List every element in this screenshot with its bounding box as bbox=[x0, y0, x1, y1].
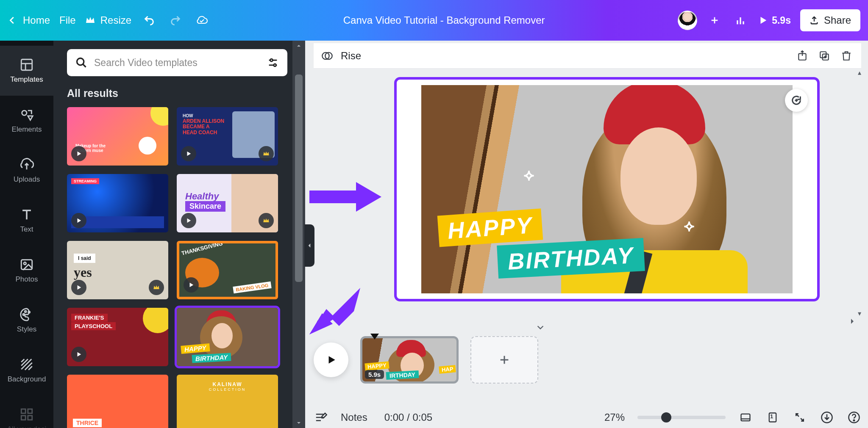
chevron-up-icon bbox=[296, 43, 301, 48]
canvas-scrollbar[interactable]: ▴ ▾ bbox=[858, 69, 866, 318]
play-icon bbox=[181, 146, 196, 161]
redo-icon bbox=[170, 14, 181, 26]
help-icon bbox=[848, 411, 860, 424]
panel-scrollbar[interactable] bbox=[292, 41, 305, 428]
help-button[interactable] bbox=[847, 410, 861, 425]
svg-rect-25 bbox=[28, 409, 32, 413]
svg-marker-43 bbox=[309, 243, 311, 247]
template-thumb[interactable]: THRICE bbox=[67, 375, 168, 428]
clip-text-right: HAP bbox=[439, 365, 456, 373]
svg-rect-56 bbox=[309, 191, 356, 203]
download-circle-button[interactable] bbox=[820, 410, 834, 425]
svg-marker-57 bbox=[356, 182, 381, 212]
grid-view-icon bbox=[740, 411, 751, 423]
svg-point-33 bbox=[274, 64, 276, 66]
rail-background-label: Background bbox=[8, 375, 46, 384]
rail-elements-label: Elements bbox=[12, 125, 42, 134]
play-icon bbox=[758, 16, 768, 25]
template-thumb[interactable]: STREAMING bbox=[67, 174, 168, 232]
template-grid: Makeup for themodern muse HOWARDEN ALLIS… bbox=[67, 107, 279, 428]
scroll-up-button[interactable] bbox=[292, 41, 305, 51]
rail-your-designs[interactable]: All your desi bbox=[0, 395, 53, 428]
transition-icon[interactable] bbox=[321, 50, 333, 62]
zoom-slider[interactable] bbox=[637, 416, 726, 419]
svg-marker-41 bbox=[297, 45, 300, 47]
notes-label[interactable]: Notes bbox=[341, 411, 367, 423]
home-button[interactable]: Home bbox=[8, 14, 50, 26]
scroll-right-icon[interactable] bbox=[849, 318, 856, 325]
time-display: 0:00 / 0:05 bbox=[384, 411, 432, 423]
rail-photos[interactable]: Photos bbox=[0, 246, 53, 295]
timeline-playhead[interactable] bbox=[370, 334, 379, 340]
template-thumb[interactable]: I said yes bbox=[67, 241, 168, 299]
template-thumb[interactable]: Healthy Skincare bbox=[177, 174, 278, 232]
svg-rect-66 bbox=[741, 414, 750, 421]
grid-view-button[interactable] bbox=[738, 410, 753, 425]
svg-point-16 bbox=[23, 314, 25, 315]
trash-icon bbox=[841, 50, 852, 61]
rail-styles-label: Styles bbox=[17, 325, 36, 334]
scroll-down-button[interactable] bbox=[292, 418, 305, 428]
resize-menu[interactable]: Resize bbox=[85, 14, 131, 26]
template-thumb-selected[interactable]: HAPPY BIRTHDAY bbox=[177, 308, 278, 366]
rail-uploads[interactable]: Uploads bbox=[0, 146, 53, 196]
background-icon bbox=[19, 357, 34, 372]
page-list-button[interactable]: 1 bbox=[765, 410, 780, 425]
transition-name[interactable]: Rise bbox=[341, 50, 361, 62]
search-input[interactable] bbox=[94, 57, 260, 69]
timeline-play-button[interactable] bbox=[314, 342, 348, 377]
redo-button[interactable] bbox=[167, 12, 184, 29]
scrollbar-thumb[interactable] bbox=[295, 75, 303, 282]
search-icon bbox=[75, 57, 87, 69]
rail-background[interactable]: Background bbox=[0, 345, 53, 395]
rail-elements[interactable]: Elements bbox=[0, 96, 53, 146]
rail-text[interactable]: Text bbox=[0, 196, 53, 246]
panel-collapse-tab[interactable] bbox=[304, 224, 314, 267]
svg-point-28 bbox=[77, 58, 84, 65]
svg-line-20 bbox=[21, 359, 28, 366]
share-button[interactable]: Share bbox=[800, 9, 860, 31]
fullscreen-button[interactable] bbox=[793, 410, 807, 425]
timeline-toggle[interactable] bbox=[536, 323, 545, 334]
undo-button[interactable] bbox=[141, 12, 158, 29]
design-frame[interactable]: HAPPY BIRTHDAY bbox=[394, 77, 820, 301]
duplicate-page-button[interactable] bbox=[817, 49, 832, 63]
preview-duration: 5.9s bbox=[772, 15, 791, 26]
rail-styles[interactable]: Styles bbox=[0, 295, 53, 345]
sparkle-icon bbox=[683, 221, 695, 232]
resize-label: Resize bbox=[100, 14, 131, 26]
play-icon bbox=[71, 347, 86, 362]
premium-icon bbox=[149, 280, 164, 295]
zoom-knob[interactable] bbox=[661, 412, 671, 422]
template-thumb[interactable]: Makeup for themodern muse bbox=[67, 107, 168, 166]
template-thumb[interactable]: FRANKIE'S PLAYSCHOOL bbox=[67, 308, 168, 366]
play-icon bbox=[181, 213, 196, 228]
add-clip-button[interactable] bbox=[470, 336, 538, 384]
delete-page-button[interactable] bbox=[839, 49, 854, 63]
svg-marker-5 bbox=[761, 17, 767, 24]
search-bar[interactable] bbox=[67, 49, 287, 76]
design-content[interactable]: HAPPY BIRTHDAY bbox=[421, 85, 793, 293]
add-page-button[interactable] bbox=[785, 89, 808, 112]
photos-icon bbox=[19, 257, 34, 272]
chevron-down-icon bbox=[296, 420, 301, 425]
file-menu[interactable]: File bbox=[59, 14, 76, 26]
export-page-button[interactable] bbox=[795, 49, 810, 63]
plus-icon bbox=[498, 354, 510, 366]
timeline-clip[interactable]: HAPPY IRTHDAY HAP 5.9s bbox=[360, 336, 459, 384]
sliders-icon[interactable] bbox=[267, 57, 279, 69]
canvas-stage[interactable]: HAPPY BIRTHDAY bbox=[314, 69, 858, 318]
project-title[interactable]: Canva Video Tutorial - Background Remove… bbox=[220, 14, 668, 26]
svg-point-31 bbox=[270, 59, 273, 61]
template-thumb[interactable]: HOWARDEN ALLISONBECAME AHEAD COACH bbox=[177, 107, 278, 166]
cloud-save-button[interactable] bbox=[193, 12, 210, 29]
analytics-button[interactable] bbox=[732, 12, 749, 29]
add-collaborator-button[interactable] bbox=[707, 12, 723, 28]
avatar[interactable] bbox=[678, 11, 697, 30]
notes-icon-button[interactable] bbox=[314, 410, 328, 425]
rail-templates[interactable]: Templates bbox=[0, 46, 53, 96]
canvas-toolbar: Rise bbox=[314, 43, 861, 69]
preview-play-button[interactable]: 5.9s bbox=[758, 15, 791, 26]
template-thumb[interactable]: THANKSGIVING BAKING VLOG bbox=[177, 241, 278, 299]
template-thumb[interactable]: KALINAW COLLECTION bbox=[177, 375, 278, 428]
